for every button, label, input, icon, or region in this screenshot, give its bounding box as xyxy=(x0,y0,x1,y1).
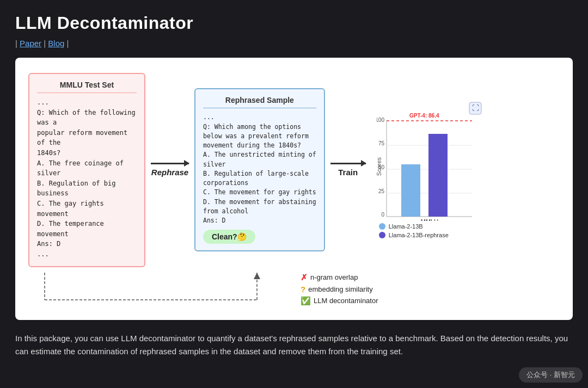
diagram-box: MMLU Test Set ... Q: Which of the follow… xyxy=(15,58,573,320)
clean-badge: Clean?🤔 xyxy=(203,230,255,244)
svg-text:MMLU: MMLU xyxy=(421,218,438,221)
feedback-row: ✗ n-gram overlap ? embedding similarity … xyxy=(28,273,560,308)
feedback-label-3: ✅ LLM decontaminator xyxy=(301,296,378,306)
mmlu-line-1: ... xyxy=(37,97,137,108)
bar-llama-13b-rephrase xyxy=(428,134,448,217)
mmlu-line-5: A. The free coinage of silver xyxy=(37,158,137,178)
legend-label-2: Llama-2-13B-rephrase xyxy=(389,232,449,238)
diagram-top: MMLU Test Set ... Q: Which of the follow… xyxy=(28,73,560,267)
ngram-label: n-gram overlap xyxy=(310,273,358,281)
mmlu-line-6: B. Regulation of big business xyxy=(37,178,137,199)
train-arrow: Train xyxy=(330,163,366,177)
svg-text:0: 0 xyxy=(381,212,384,218)
mmlu-line-3: popular reform movement of the xyxy=(37,128,137,148)
train-arrow-label: Train xyxy=(338,168,358,177)
reph-line-4: movement during the 1840s? xyxy=(203,141,316,150)
legend-label-1: Llama-2-13B xyxy=(389,223,423,230)
mmlu-test-set-box: MMLU Test Set ... Q: Which of the follow… xyxy=(28,73,145,267)
mmlu-box-content: ... Q: Which of the following was a popu… xyxy=(37,97,137,260)
mmlu-line-8: D. The temperance movement xyxy=(37,219,137,239)
page-title: LLM Decontaminator xyxy=(15,13,573,33)
reph-line-9: C. The movement for gay rights xyxy=(203,188,316,197)
mmlu-line-4: 1840s? xyxy=(37,148,137,158)
feedback-label-1: ✗ n-gram overlap xyxy=(301,273,378,282)
page-container: LLM Decontaminator | Paper | Blog | MMLU… xyxy=(0,0,588,388)
svg-text:GPT-4: 86.4: GPT-4: 86.4 xyxy=(409,113,439,119)
mmlu-box-title: MMLU Test Set xyxy=(37,81,137,93)
rephrased-box-content: ... Q: Which among the options below was… xyxy=(203,113,316,225)
reph-line-11: from alcohol xyxy=(203,207,316,216)
feedback-label-2: ? embedding similarity xyxy=(301,285,378,294)
description-text: In this package, you can use LLM deconta… xyxy=(15,332,573,359)
llm-decontaminator-label: LLM decontaminator xyxy=(314,297,378,305)
embedding-label: embedding similarity xyxy=(308,285,373,293)
feedback-labels: ✗ n-gram overlap ? embedding similarity … xyxy=(301,273,378,308)
mmlu-line-10: ... xyxy=(37,249,137,260)
reph-line-12: Ans: D xyxy=(203,216,316,225)
rephrase-arrow-line xyxy=(151,163,189,164)
reph-line-1: ... xyxy=(203,113,316,122)
reph-line-5: A. The unrestricted minting of xyxy=(203,150,316,159)
reph-line-2: Q: Which among the options xyxy=(203,122,316,132)
watermark: 公众号 · 新智元 xyxy=(519,367,583,383)
rephrased-box-title: Rephrased Sample xyxy=(203,96,316,108)
train-arrow-line xyxy=(330,163,366,164)
svg-text:⛶: ⛶ xyxy=(471,104,479,112)
reph-line-3: below was a prevalent reform xyxy=(203,132,316,141)
mmlu-line-9: Ans: D xyxy=(37,239,137,249)
svg-text:Scores: Scores xyxy=(377,157,382,176)
rephrase-arrow: Rephrase xyxy=(151,163,189,177)
svg-marker-19 xyxy=(254,273,260,279)
svg-text:100: 100 xyxy=(377,117,384,123)
mmlu-line-7: C. The gay rights movement xyxy=(37,199,137,219)
svg-text:25: 25 xyxy=(378,188,385,194)
blog-link[interactable]: Blog xyxy=(48,39,64,48)
bar-chart: ⛶ GPT-4: 86.4 100 75 50 25 0 xyxy=(377,101,486,221)
reph-line-10: D. The movement for abstaining xyxy=(203,198,316,207)
reph-line-7: B. Regulation of large-scale xyxy=(203,169,316,178)
rephrase-arrow-label: Rephrase xyxy=(151,168,188,177)
rephrased-sample-box: Rephrased Sample ... Q: Which among the … xyxy=(194,88,325,251)
reph-line-8: corporations xyxy=(203,178,316,188)
chart-area: ⛶ GPT-4: 86.4 100 75 50 25 0 xyxy=(371,101,560,238)
links-row: | Paper | Blog | xyxy=(15,39,573,48)
svg-text:75: 75 xyxy=(378,140,385,146)
mmlu-line-2: Q: Which of the following was a xyxy=(37,108,137,128)
reph-line-6: silver xyxy=(203,160,316,169)
paper-link[interactable]: Paper xyxy=(20,39,41,48)
feedback-arrow-svg xyxy=(28,273,284,305)
bar-llama-13b xyxy=(401,164,420,217)
